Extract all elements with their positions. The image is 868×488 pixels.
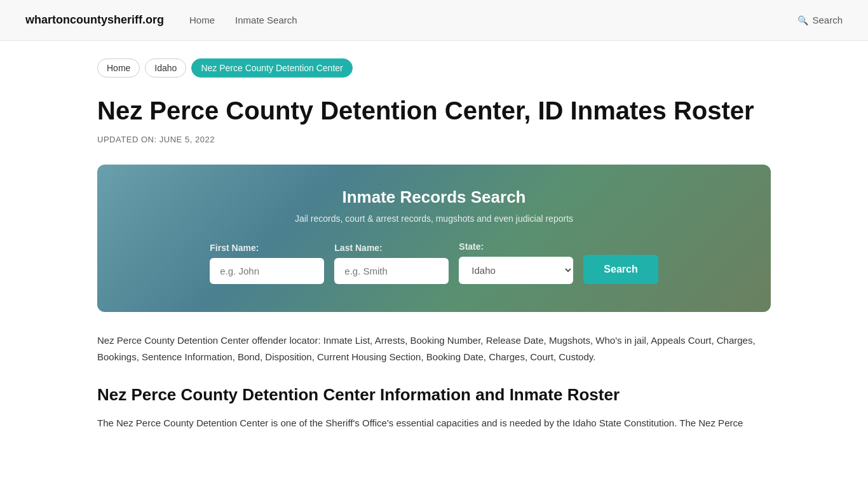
state-group: State: IdahoAlabamaAlaskaArizonaArkansas… [459,241,573,284]
breadcrumb-detention-center[interactable]: Nez Perce County Detention Center [191,58,352,78]
search-form: First Name: Last Name: State: IdahoAlaba… [123,241,745,284]
first-name-input[interactable] [210,258,324,284]
search-box-title: Inmate Records Search [123,187,745,207]
search-button[interactable]: Search [583,255,658,284]
search-icon: 🔍 [797,15,808,25]
first-name-label: First Name: [210,243,324,253]
state-select[interactable]: IdahoAlabamaAlaskaArizonaArkansasCalifor… [459,257,573,284]
info-section-text: The Nez Perce County Detention Center is… [97,415,771,431]
site-logo[interactable]: whartoncountysheriff.org [25,13,164,27]
main-content: Home Idaho Nez Perce County Detention Ce… [72,41,796,457]
search-box-subtitle: Jail records, court & arrest records, mu… [123,214,745,224]
site-header: whartoncountysheriff.org Home Inmate Sea… [0,0,868,41]
search-label: Search [812,15,843,25]
info-section-heading: Nez Perce County Detention Center Inform… [97,385,771,405]
main-nav: Home Inmate Search [189,15,772,25]
updated-date: UPDATED ON: JUNE 5, 2022 [97,135,771,144]
header-search[interactable]: 🔍 Search [797,15,843,25]
breadcrumb-idaho[interactable]: Idaho [145,58,186,78]
first-name-group: First Name: [210,243,324,284]
description-text: Nez Perce County Detention Center offend… [97,332,771,365]
last-name-group: Last Name: [334,243,449,284]
last-name-label: Last Name: [334,243,449,253]
nav-home[interactable]: Home [189,15,215,25]
inmate-records-search-box: Inmate Records Search Jail records, cour… [97,165,771,312]
page-title: Nez Perce County Detention Center, ID In… [97,95,771,126]
last-name-input[interactable] [334,258,449,284]
breadcrumb-home[interactable]: Home [97,58,140,78]
breadcrumb: Home Idaho Nez Perce County Detention Ce… [97,58,771,78]
state-label: State: [459,241,573,252]
nav-inmate-search[interactable]: Inmate Search [235,15,297,25]
